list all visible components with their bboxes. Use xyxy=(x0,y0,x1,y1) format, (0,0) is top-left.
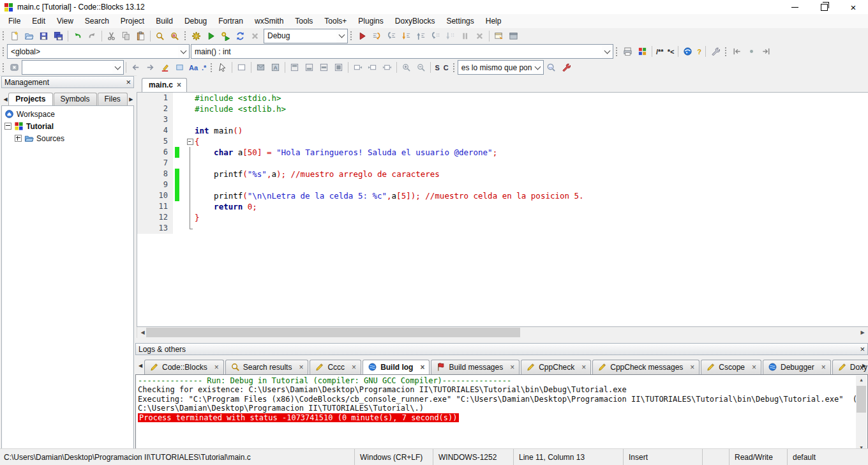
toolbar-grip[interactable] xyxy=(184,31,186,41)
tab-cppcheck-messages[interactable]: CppCheck messages× xyxy=(592,360,700,374)
close-tab-icon[interactable]: × xyxy=(752,363,756,372)
code-line-2[interactable]: 2#include <stdlib.h> xyxy=(137,103,868,114)
doxyblocks-settings-button[interactable] xyxy=(708,45,722,59)
tab-code-blocks[interactable]: Code::Blocks× xyxy=(144,360,224,374)
run-to-cursor-button[interactable] xyxy=(370,29,384,43)
tab-scroll-left-icon[interactable]: ◀ xyxy=(137,359,144,372)
close-tab-icon[interactable]: × xyxy=(352,363,356,372)
dropdown-arrow-icon[interactable] xyxy=(112,61,123,74)
code-line-10[interactable]: 10 printf("\n\nLetra de la celda 5: %c",… xyxy=(137,190,868,201)
debug-continue-button[interactable] xyxy=(355,29,370,43)
rebuild-button[interactable] xyxy=(233,29,248,43)
menu-edit[interactable]: Edit xyxy=(26,14,51,28)
replace-button[interactable]: R xyxy=(167,29,182,43)
code-line-9[interactable]: 9 xyxy=(137,179,868,190)
menu-tools-[interactable]: Tools+ xyxy=(318,14,352,28)
plus-expander-icon[interactable] xyxy=(15,135,22,142)
dropdown-arrow-icon[interactable] xyxy=(178,45,189,58)
debugging-windows-button[interactable] xyxy=(491,29,506,43)
selected-only-button[interactable] xyxy=(172,61,187,75)
menu-file[interactable]: File xyxy=(3,14,26,28)
menu-settings[interactable]: Settings xyxy=(440,14,479,28)
clear-search-button[interactable] xyxy=(7,61,22,75)
menu-plugins[interactable]: Plugins xyxy=(352,14,389,28)
toolbar-grip[interactable] xyxy=(453,63,455,73)
search-prev-button[interactable] xyxy=(128,61,143,75)
code-line-3[interactable]: 3 xyxy=(137,114,868,125)
step-into-button[interactable] xyxy=(399,29,414,43)
toolbar-grip[interactable] xyxy=(2,47,4,57)
tab-files[interactable]: Files xyxy=(98,93,128,105)
tab-build-log[interactable]: Build log× xyxy=(363,360,430,374)
wx-align-bottom-button[interactable] xyxy=(302,61,317,75)
browse-marker-button[interactable] xyxy=(744,45,759,59)
wx-source-button[interactable]: S xyxy=(433,61,441,75)
line-comment-button[interactable]: *< xyxy=(666,45,677,59)
tab-main-c[interactable]: main.c × xyxy=(142,78,187,92)
tab-cscope[interactable]: Cscope× xyxy=(701,360,761,374)
dropdown-arrow-icon[interactable] xyxy=(602,45,613,58)
browse-back-button[interactable] xyxy=(730,45,744,59)
dropdown-arrow-icon[interactable] xyxy=(336,29,347,43)
tab-scroll-right-icon[interactable]: ▶ xyxy=(860,359,868,372)
save-all-button[interactable] xyxy=(51,29,66,43)
code-line-1[interactable]: 1#include <stdio.h> xyxy=(137,93,868,103)
scrollbar-thumb[interactable] xyxy=(146,328,520,337)
restore-button[interactable] xyxy=(809,0,839,14)
close-tab-icon[interactable]: × xyxy=(690,363,694,372)
menu-tools[interactable]: Tools xyxy=(289,14,318,28)
scroll-up-icon[interactable]: ▲ xyxy=(856,376,867,385)
redo-button[interactable] xyxy=(85,29,100,43)
wx-expand-left-button[interactable] xyxy=(365,61,380,75)
toolbar-grip[interactable] xyxy=(615,47,618,57)
close-tab-icon[interactable]: × xyxy=(510,363,514,372)
close-tab-icon[interactable]: × xyxy=(581,363,586,372)
break-debugger-button[interactable] xyxy=(458,29,472,43)
paste-button[interactable] xyxy=(133,29,148,43)
menu-fortran[interactable]: Fortran xyxy=(213,14,249,28)
wx-frame-button[interactable] xyxy=(234,61,249,75)
wx-align-top-button[interactable] xyxy=(287,61,302,75)
close-tab-icon[interactable]: × xyxy=(299,363,303,372)
tab-symbols[interactable]: Symbols xyxy=(54,93,97,105)
menu-project[interactable]: Project xyxy=(115,14,150,28)
close-panel-icon[interactable]: × xyxy=(860,344,865,354)
log-vertical-scrollbar[interactable]: ▲ ▼ xyxy=(856,376,867,453)
abort-build-button[interactable] xyxy=(248,29,262,43)
menu-help[interactable]: Help xyxy=(480,14,507,28)
toolbar-grip[interactable] xyxy=(210,63,213,73)
tab-projects[interactable]: Projects xyxy=(8,93,52,105)
build-button[interactable] xyxy=(189,29,204,43)
tab-debugger[interactable]: Debugger× xyxy=(763,360,831,374)
minimize-button[interactable] xyxy=(780,0,809,14)
browse-forward-button[interactable] xyxy=(759,45,774,59)
open-file-button[interactable] xyxy=(22,29,36,43)
tab-search-results[interactable]: Search results× xyxy=(225,360,309,374)
code-line-6[interactable]: 6 char a[50] = "Hola Taringueros! Saluda… xyxy=(137,147,868,158)
close-tab-icon[interactable]: × xyxy=(821,363,826,372)
scroll-right-icon[interactable]: ▶ xyxy=(857,327,868,338)
copy-button[interactable] xyxy=(119,29,133,43)
scope-combo[interactable]: <global> xyxy=(7,44,190,59)
step-into-instruction-button[interactable] xyxy=(443,29,458,43)
undo-button[interactable] xyxy=(70,29,85,43)
run-button[interactable] xyxy=(204,29,218,43)
fold-open-marker[interactable] xyxy=(186,136,195,147)
wx-expand-both-button[interactable] xyxy=(380,61,394,75)
code-line-4[interactable]: 4int main() xyxy=(137,125,868,136)
wx-class-button[interactable]: C xyxy=(442,61,451,75)
close-tab-icon[interactable]: × xyxy=(214,363,219,372)
thread-search-button[interactable] xyxy=(544,61,558,75)
build-target-combo[interactable]: Debug xyxy=(264,29,348,43)
menu-wxsmith[interactable]: wxSmith xyxy=(249,14,289,28)
code-line-13[interactable]: 13 xyxy=(137,223,868,234)
find-button[interactable] xyxy=(153,29,167,43)
next-line-button[interactable] xyxy=(384,29,399,43)
code-line-12[interactable]: 12} xyxy=(137,212,868,223)
view-in-browser-button[interactable] xyxy=(680,45,695,59)
match-case-button[interactable]: Aa xyxy=(187,61,200,75)
toolbar-grip[interactable] xyxy=(350,31,352,41)
various-info-button[interactable] xyxy=(506,29,521,43)
toolbar-grip[interactable] xyxy=(2,63,4,73)
doxywizard-button[interactable] xyxy=(635,45,650,59)
